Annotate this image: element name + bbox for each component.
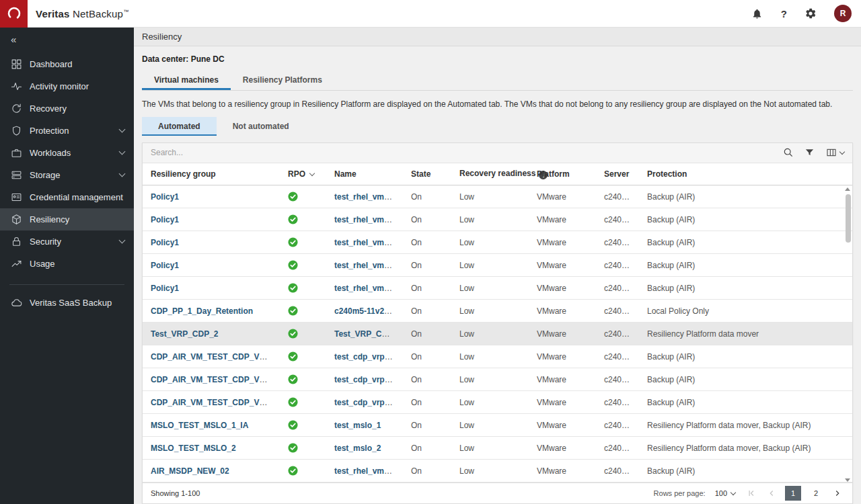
resiliency-group-link[interactable]: MSLO_TEST_MSLO_2: [151, 444, 236, 453]
resiliency-group-link[interactable]: Policy1: [151, 261, 179, 270]
vertical-scrollbar[interactable]: [844, 186, 852, 483]
rpo-cell: [280, 231, 326, 254]
resiliency-group-cell: MSLO_TEST_MSLO_2: [143, 437, 280, 460]
veritas-ring-icon: [6, 5, 22, 22]
filter-funnel-icon[interactable]: [804, 147, 815, 158]
sidebar-item-security[interactable]: Security: [0, 230, 134, 253]
sidebar-item-label: Dashboard: [30, 59, 73, 69]
sidebar-item-storage[interactable]: Storage: [0, 164, 134, 186]
resiliency-group-link[interactable]: Policy1: [151, 238, 179, 247]
page-1-button[interactable]: 1: [785, 486, 801, 501]
table-row[interactable]: Test_VRP_CDP_2 Test_VRP_CDP_2 On Low VMw…: [143, 323, 852, 345]
table-row[interactable]: CDP_AIR_VM_TEST_CDP_VRP_3_CD test_cdp_vr…: [143, 391, 852, 414]
next-page-button[interactable]: [831, 486, 844, 501]
scroll-up-arrow-icon[interactable]: [845, 187, 850, 191]
rpo-cell: [280, 300, 326, 323]
vm-name-link[interactable]: Test_VRP_CDP_2: [334, 329, 402, 339]
sidebar-item-usage[interactable]: Usage: [0, 253, 134, 275]
tab-resiliency-platforms[interactable]: Resiliency Platforms: [231, 72, 334, 90]
sidebar-collapse-button[interactable]: «: [0, 28, 134, 48]
table-row[interactable]: CDP_AIR_VM_TEST_CDP_VRP_2_CD test_cdp_vr…: [143, 345, 852, 368]
resiliency-group-link[interactable]: Test_VRP_CDP_2: [151, 329, 219, 339]
sidebar-item-resiliency[interactable]: Resiliency: [0, 208, 134, 230]
col-header-name[interactable]: Name: [326, 163, 403, 185]
vm-name-link[interactable]: test_rhel_vm_0_cd: [334, 192, 403, 202]
resiliency-group-link[interactable]: CDP_AIR_VM_TEST_CDP_VRP_3_CD: [151, 398, 280, 407]
name-cell: test_mslo_1: [326, 414, 403, 437]
sidebar-item-label: Protection: [30, 126, 69, 136]
sidebar-item-workloads[interactable]: Workloads: [0, 142, 134, 164]
search-icon[interactable]: [783, 147, 794, 158]
notifications-bell-icon[interactable]: [751, 7, 763, 19]
col-header-resiliency-group[interactable]: Resiliency group: [143, 163, 280, 185]
vm-name-link[interactable]: test_rhel_vm_ne...: [334, 466, 403, 476]
vm-name-link[interactable]: test_cdp_vrp_2_cd: [334, 352, 403, 362]
col-header-platform[interactable]: Platform: [529, 163, 596, 185]
resiliency-group-link[interactable]: Policy1: [151, 215, 179, 224]
table-row[interactable]: Policy1 test_rhel_vm_0_cd On Low VMware …: [143, 185, 852, 208]
search-input[interactable]: [151, 148, 772, 157]
vm-name-link[interactable]: test_rhel_vm_2_cd: [334, 261, 403, 270]
rpo-cell: [280, 185, 326, 208]
resiliency-group-link[interactable]: CDP_AIR_VM_TEST_CDP_VRP_2_CD: [151, 352, 280, 362]
subtab-automated[interactable]: Automated: [142, 117, 217, 136]
server-cell: c240m5-07: [596, 231, 639, 254]
sidebar-item-recovery[interactable]: Recovery: [0, 97, 134, 120]
rpo-cell: [280, 437, 326, 460]
vm-name-link[interactable]: test_cdp_vrp_3_cd: [334, 398, 403, 407]
col-header-state[interactable]: State: [403, 163, 451, 185]
page-2-button[interactable]: 2: [808, 486, 824, 501]
vm-name-link[interactable]: test_cdp_vrp_4_cd: [334, 375, 403, 384]
col-header-recovery-readiness[interactable]: Recovery readinessi: [451, 163, 529, 185]
help-icon[interactable]: ?: [781, 8, 787, 19]
tab-virtual-machines[interactable]: Virtual machines: [142, 72, 231, 90]
resiliency-group-link[interactable]: CDP_AIR_VM_TEST_CDP_VRP_4_CD: [151, 375, 280, 384]
sidebar-item-label: Veritas SaaS Backup: [30, 298, 112, 308]
table-row[interactable]: Policy1 test_rhel_vm_2_cd On Low VMware …: [143, 254, 852, 277]
scrollbar-thumb[interactable]: [846, 194, 851, 243]
vm-name-link[interactable]: test_mslo_1: [334, 421, 381, 430]
column-settings-button[interactable]: [826, 147, 844, 158]
resiliency-group-link[interactable]: MSLO_TEST_MSLO_1_IA: [151, 421, 248, 430]
table-row[interactable]: Policy1 test_rhel_vm_3_cd On Low VMware …: [143, 208, 852, 231]
table-row[interactable]: Policy1 test_rhel_vm_4_cd On Low VMware …: [143, 277, 852, 300]
name-cell: test_rhel_vm_2_cd: [326, 254, 403, 277]
sidebar-item-veritas-saas-backup[interactable]: Veritas SaaS Backup: [0, 292, 134, 314]
resiliency-group-link[interactable]: CDP_PP_1_Day_Retention: [151, 306, 253, 316]
user-avatar[interactable]: R: [834, 5, 852, 22]
vm-name-link[interactable]: test_rhel_vm_3_cd: [334, 215, 403, 224]
subtab-not-automated[interactable]: Not automated: [217, 117, 305, 136]
col-header-label: RPO: [288, 169, 305, 179]
col-header-protection[interactable]: Protection: [639, 163, 852, 185]
table-row[interactable]: CDP_AIR_VM_TEST_CDP_VRP_4_CD test_cdp_vr…: [143, 368, 852, 391]
col-header-server[interactable]: Server: [596, 163, 639, 185]
table-row[interactable]: MSLO_TEST_MSLO_1_IA test_mslo_1 On Low V…: [143, 414, 852, 437]
vm-table-card: Resiliency group RPO Name State Recovery…: [142, 142, 853, 504]
table-row[interactable]: MSLO_TEST_MSLO_2 test_mslo_2 On Low VMwa…: [143, 437, 852, 460]
vm-name-link[interactable]: test_rhel_vm_1_cd: [334, 238, 403, 247]
settings-gear-icon[interactable]: [804, 7, 817, 19]
resiliency-group-link[interactable]: Policy1: [151, 192, 179, 202]
table-row[interactable]: CDP_PP_1_Day_Retention c240m5-11v22.v...…: [143, 300, 852, 323]
col-header-rpo[interactable]: RPO: [280, 163, 326, 185]
first-page-button[interactable]: [745, 486, 758, 501]
rows-per-page-select[interactable]: 100: [712, 488, 738, 499]
brand-trademark: ™: [123, 9, 128, 15]
sidebar-item-dashboard[interactable]: Dashboard: [0, 53, 134, 75]
vm-name-link[interactable]: test_rhel_vm_4_cd: [334, 284, 403, 293]
resiliency-group-link[interactable]: AIR_MSDP_NEW_02: [151, 466, 229, 476]
sidebar-item-activity-monitor[interactable]: Activity monitor: [0, 75, 134, 97]
previous-page-button[interactable]: [765, 486, 778, 501]
sidebar-item-credential-management[interactable]: Credential management: [0, 186, 134, 208]
table-row[interactable]: AIR_MSDP_NEW_02 test_rhel_vm_ne... On Lo…: [143, 460, 852, 482]
platform-cell: VMware: [529, 437, 596, 460]
scroll-down-arrow-icon[interactable]: [845, 478, 850, 482]
vm-name-link[interactable]: test_mslo_2: [334, 444, 381, 453]
resiliency-group-link[interactable]: Policy1: [151, 284, 179, 293]
server-cell: c240m5-11: [596, 345, 639, 368]
table-row[interactable]: Policy1 test_rhel_vm_1_cd On Low VMware …: [143, 231, 852, 254]
name-cell: test_cdp_vrp_2_cd: [326, 345, 403, 368]
vm-name-link[interactable]: c240m5-11v22.v...: [334, 306, 402, 316]
sidebar-item-protection[interactable]: Protection: [0, 120, 134, 142]
protection-cell: Resiliency Platform data mover: [639, 323, 852, 345]
